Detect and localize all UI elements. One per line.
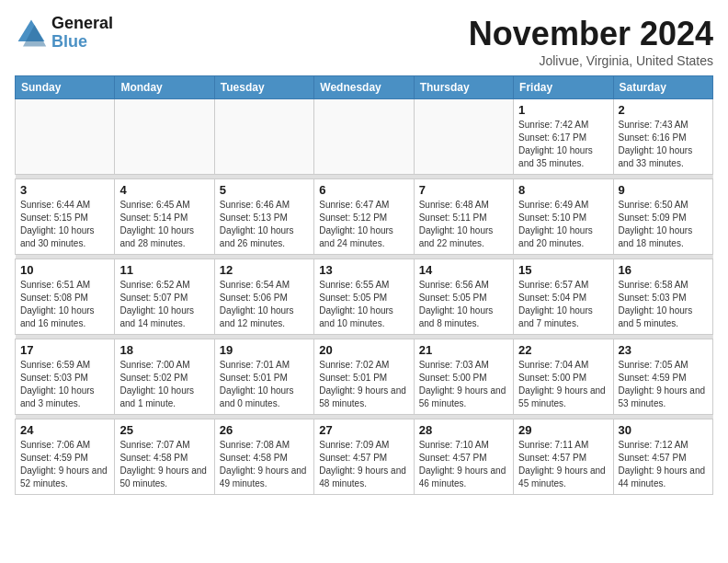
weekday-header: Saturday (613, 76, 712, 99)
weekday-header: Friday (514, 76, 613, 99)
day-number: 21 (419, 343, 508, 357)
day-info: Sunrise: 6:48 AM Sunset: 5:11 PM Dayligh… (419, 199, 508, 250)
calendar-cell: 2Sunrise: 7:43 AM Sunset: 6:16 PM Daylig… (613, 99, 712, 175)
day-number: 11 (119, 263, 209, 277)
calendar-cell: 27Sunrise: 7:09 AM Sunset: 4:57 PM Dayli… (314, 419, 414, 495)
calendar-cell: 13Sunrise: 6:55 AM Sunset: 5:05 PM Dayli… (314, 259, 414, 335)
day-number: 23 (619, 343, 708, 357)
day-info: Sunrise: 6:52 AM Sunset: 5:07 PM Dayligh… (119, 279, 209, 330)
day-info: Sunrise: 7:42 AM Sunset: 6:17 PM Dayligh… (518, 119, 608, 170)
calendar-cell: 5Sunrise: 6:46 AM Sunset: 5:13 PM Daylig… (214, 179, 313, 255)
calendar-cell (414, 99, 513, 175)
calendar-cell (314, 99, 414, 175)
weekday-header: Thursday (414, 76, 513, 99)
calendar-cell: 11Sunrise: 6:52 AM Sunset: 5:07 PM Dayli… (115, 259, 214, 335)
calendar-cell: 7Sunrise: 6:48 AM Sunset: 5:11 PM Daylig… (414, 179, 513, 255)
calendar-cell: 22Sunrise: 7:04 AM Sunset: 5:00 PM Dayli… (514, 339, 613, 415)
day-info: Sunrise: 6:51 AM Sunset: 5:08 PM Dayligh… (20, 279, 109, 330)
calendar-cell (115, 99, 214, 175)
day-info: Sunrise: 7:11 AM Sunset: 4:57 PM Dayligh… (518, 439, 608, 490)
day-info: Sunrise: 6:45 AM Sunset: 5:14 PM Dayligh… (119, 199, 209, 250)
day-number: 28 (419, 423, 508, 437)
calendar-cell (214, 99, 313, 175)
calendar-cell: 19Sunrise: 7:01 AM Sunset: 5:01 PM Dayli… (214, 339, 313, 415)
calendar-cell: 12Sunrise: 6:54 AM Sunset: 5:06 PM Dayli… (214, 259, 313, 335)
day-info: Sunrise: 7:03 AM Sunset: 5:00 PM Dayligh… (419, 359, 508, 410)
calendar-cell: 1Sunrise: 7:42 AM Sunset: 6:17 PM Daylig… (514, 99, 613, 175)
calendar-cell: 10Sunrise: 6:51 AM Sunset: 5:08 PM Dayli… (16, 259, 115, 335)
day-number: 8 (518, 183, 608, 197)
day-info: Sunrise: 7:09 AM Sunset: 4:57 PM Dayligh… (319, 439, 408, 490)
logo-text: General Blue (51, 15, 113, 52)
calendar-cell: 4Sunrise: 6:45 AM Sunset: 5:14 PM Daylig… (115, 179, 214, 255)
weekday-header: Tuesday (214, 76, 313, 99)
day-number: 3 (20, 183, 109, 197)
day-info: Sunrise: 7:43 AM Sunset: 6:16 PM Dayligh… (619, 119, 708, 170)
day-number: 9 (619, 183, 708, 197)
day-info: Sunrise: 7:01 AM Sunset: 5:01 PM Dayligh… (220, 359, 309, 410)
day-info: Sunrise: 7:07 AM Sunset: 4:58 PM Dayligh… (119, 439, 209, 490)
day-number: 5 (220, 183, 309, 197)
calendar-cell: 24Sunrise: 7:06 AM Sunset: 4:59 PM Dayli… (16, 419, 115, 495)
calendar-week-row: 10Sunrise: 6:51 AM Sunset: 5:08 PM Dayli… (16, 259, 713, 335)
calendar-cell: 29Sunrise: 7:11 AM Sunset: 4:57 PM Dayli… (514, 419, 613, 495)
day-number: 22 (518, 343, 608, 357)
day-number: 2 (619, 103, 708, 117)
calendar-cell: 25Sunrise: 7:07 AM Sunset: 4:58 PM Dayli… (115, 419, 214, 495)
day-info: Sunrise: 6:50 AM Sunset: 5:09 PM Dayligh… (619, 199, 708, 250)
page-header: General Blue November 2024 Jolivue, Virg… (15, 15, 713, 68)
calendar-header-row: SundayMondayTuesdayWednesdayThursdayFrid… (16, 76, 713, 99)
calendar-cell: 30Sunrise: 7:12 AM Sunset: 4:57 PM Dayli… (613, 419, 712, 495)
day-number: 10 (20, 263, 109, 277)
day-number: 29 (518, 423, 608, 437)
day-number: 24 (20, 423, 109, 437)
calendar-week-row: 1Sunrise: 7:42 AM Sunset: 6:17 PM Daylig… (16, 99, 713, 175)
calendar-cell: 3Sunrise: 6:44 AM Sunset: 5:15 PM Daylig… (16, 179, 115, 255)
calendar-cell: 26Sunrise: 7:08 AM Sunset: 4:58 PM Dayli… (214, 419, 313, 495)
title-block: November 2024 Jolivue, Virginia, United … (469, 15, 713, 68)
calendar-cell: 8Sunrise: 6:49 AM Sunset: 5:10 PM Daylig… (514, 179, 613, 255)
day-info: Sunrise: 6:56 AM Sunset: 5:05 PM Dayligh… (419, 279, 508, 330)
day-info: Sunrise: 7:08 AM Sunset: 4:58 PM Dayligh… (220, 439, 309, 490)
calendar-cell: 14Sunrise: 6:56 AM Sunset: 5:05 PM Dayli… (414, 259, 513, 335)
day-number: 26 (220, 423, 309, 437)
day-number: 17 (20, 343, 109, 357)
day-info: Sunrise: 6:44 AM Sunset: 5:15 PM Dayligh… (20, 199, 109, 250)
day-info: Sunrise: 7:05 AM Sunset: 4:59 PM Dayligh… (619, 359, 708, 410)
calendar-cell: 6Sunrise: 6:47 AM Sunset: 5:12 PM Daylig… (314, 179, 414, 255)
calendar-cell: 23Sunrise: 7:05 AM Sunset: 4:59 PM Dayli… (613, 339, 712, 415)
location: Jolivue, Virginia, United States (469, 53, 713, 68)
calendar-cell: 20Sunrise: 7:02 AM Sunset: 5:01 PM Dayli… (314, 339, 414, 415)
weekday-header: Wednesday (314, 76, 414, 99)
day-info: Sunrise: 7:02 AM Sunset: 5:01 PM Dayligh… (319, 359, 408, 410)
calendar-cell: 18Sunrise: 7:00 AM Sunset: 5:02 PM Dayli… (115, 339, 214, 415)
calendar-week-row: 17Sunrise: 6:59 AM Sunset: 5:03 PM Dayli… (16, 339, 713, 415)
day-number: 30 (619, 423, 708, 437)
day-info: Sunrise: 6:58 AM Sunset: 5:03 PM Dayligh… (619, 279, 708, 330)
day-info: Sunrise: 6:54 AM Sunset: 5:06 PM Dayligh… (220, 279, 309, 330)
day-number: 20 (319, 343, 408, 357)
weekday-header: Sunday (16, 76, 115, 99)
month-title: November 2024 (469, 15, 713, 53)
calendar-cell: 28Sunrise: 7:10 AM Sunset: 4:57 PM Dayli… (414, 419, 513, 495)
logo: General Blue (15, 15, 113, 52)
calendar-cell: 17Sunrise: 6:59 AM Sunset: 5:03 PM Dayli… (16, 339, 115, 415)
day-number: 4 (119, 183, 209, 197)
day-info: Sunrise: 6:49 AM Sunset: 5:10 PM Dayligh… (518, 199, 608, 250)
day-number: 25 (119, 423, 209, 437)
day-number: 18 (119, 343, 209, 357)
day-info: Sunrise: 6:55 AM Sunset: 5:05 PM Dayligh… (319, 279, 408, 330)
calendar-cell (16, 99, 115, 175)
day-info: Sunrise: 7:00 AM Sunset: 5:02 PM Dayligh… (119, 359, 209, 410)
day-number: 16 (619, 263, 708, 277)
day-info: Sunrise: 6:59 AM Sunset: 5:03 PM Dayligh… (20, 359, 109, 410)
calendar-cell: 9Sunrise: 6:50 AM Sunset: 5:09 PM Daylig… (613, 179, 712, 255)
calendar-week-row: 3Sunrise: 6:44 AM Sunset: 5:15 PM Daylig… (16, 179, 713, 255)
day-number: 12 (220, 263, 309, 277)
day-info: Sunrise: 6:46 AM Sunset: 5:13 PM Dayligh… (220, 199, 309, 250)
calendar-cell: 21Sunrise: 7:03 AM Sunset: 5:00 PM Dayli… (414, 339, 513, 415)
day-number: 1 (518, 103, 608, 117)
calendar-cell: 16Sunrise: 6:58 AM Sunset: 5:03 PM Dayli… (613, 259, 712, 335)
calendar-week-row: 24Sunrise: 7:06 AM Sunset: 4:59 PM Dayli… (16, 419, 713, 495)
day-info: Sunrise: 7:06 AM Sunset: 4:59 PM Dayligh… (20, 439, 109, 490)
